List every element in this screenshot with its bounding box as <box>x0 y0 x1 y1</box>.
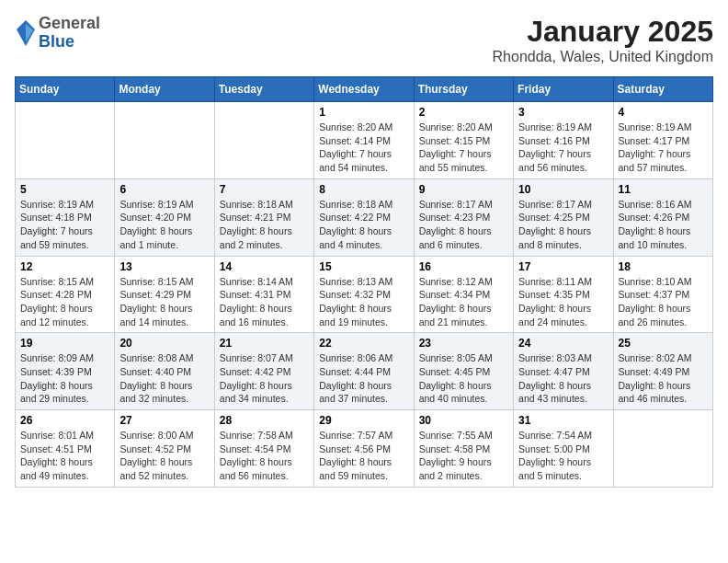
calendar-cell <box>214 102 313 179</box>
day-info: Sunrise: 8:03 AM Sunset: 4:47 PM Dayligh… <box>518 351 608 406</box>
day-number: 26 <box>20 414 109 427</box>
day-number: 22 <box>319 337 408 350</box>
day-info: Sunrise: 8:18 AM Sunset: 4:22 PM Dayligh… <box>319 198 408 252</box>
day-info: Sunrise: 8:14 AM Sunset: 4:31 PM Dayligh… <box>220 275 309 329</box>
day-info: Sunrise: 8:02 AM Sunset: 4:49 PM Dayligh… <box>619 351 708 406</box>
day-info: Sunrise: 8:16 AM Sunset: 4:26 PM Dayligh… <box>619 198 708 252</box>
day-number: 10 <box>518 183 608 196</box>
calendar-cell: 21Sunrise: 8:07 AM Sunset: 4:42 PM Dayli… <box>214 333 313 410</box>
calendar-cell: 28Sunrise: 7:58 AM Sunset: 4:54 PM Dayli… <box>214 410 313 488</box>
day-info: Sunrise: 8:19 AM Sunset: 4:17 PM Dayligh… <box>619 121 708 175</box>
calendar-week-row: 5Sunrise: 8:19 AM Sunset: 4:18 PM Daylig… <box>16 178 713 256</box>
calendar-cell: 22Sunrise: 8:06 AM Sunset: 4:44 PM Dayli… <box>314 333 414 410</box>
day-number: 17 <box>518 260 608 273</box>
calendar-cell: 20Sunrise: 8:08 AM Sunset: 4:40 PM Dayli… <box>115 333 214 410</box>
logo-text: General Blue <box>39 15 100 52</box>
day-info: Sunrise: 8:18 AM Sunset: 4:21 PM Dayligh… <box>220 198 309 252</box>
day-info: Sunrise: 8:09 AM Sunset: 4:39 PM Dayligh… <box>20 351 109 406</box>
day-info: Sunrise: 8:05 AM Sunset: 4:45 PM Dayligh… <box>419 351 508 406</box>
weekday-header: Tuesday <box>214 77 313 102</box>
calendar-week-row: 19Sunrise: 8:09 AM Sunset: 4:39 PM Dayli… <box>16 333 713 410</box>
day-info: Sunrise: 8:00 AM Sunset: 4:52 PM Dayligh… <box>119 429 209 483</box>
day-number: 23 <box>419 337 508 350</box>
day-number: 16 <box>419 260 508 273</box>
calendar-cell: 9Sunrise: 8:17 AM Sunset: 4:23 PM Daylig… <box>414 178 513 256</box>
day-number: 12 <box>20 260 109 273</box>
weekday-header: Thursday <box>414 77 513 102</box>
weekday-header: Wednesday <box>314 77 414 102</box>
calendar-cell: 30Sunrise: 7:55 AM Sunset: 4:58 PM Dayli… <box>414 410 513 488</box>
day-info: Sunrise: 8:08 AM Sunset: 4:40 PM Dayligh… <box>119 351 209 406</box>
day-number: 6 <box>119 183 209 196</box>
day-number: 20 <box>119 337 209 350</box>
logo: General Blue <box>15 15 100 52</box>
weekday-header: Friday <box>514 77 613 102</box>
page-subtitle: Rhondda, Wales, United Kingdom <box>493 49 713 65</box>
page-header: General Blue January 2025 Rhondda, Wales… <box>15 15 713 65</box>
calendar-cell: 5Sunrise: 8:19 AM Sunset: 4:18 PM Daylig… <box>16 178 115 256</box>
weekday-header: Saturday <box>613 77 712 102</box>
day-number: 9 <box>419 183 508 196</box>
calendar-cell: 26Sunrise: 8:01 AM Sunset: 4:51 PM Dayli… <box>16 410 115 488</box>
day-number: 27 <box>119 414 209 427</box>
day-number: 28 <box>220 414 309 427</box>
day-info: Sunrise: 7:57 AM Sunset: 4:56 PM Dayligh… <box>319 429 408 483</box>
day-info: Sunrise: 7:55 AM Sunset: 4:58 PM Dayligh… <box>419 429 508 483</box>
day-number: 1 <box>319 106 408 119</box>
day-number: 8 <box>319 183 408 196</box>
day-info: Sunrise: 8:20 AM Sunset: 4:15 PM Dayligh… <box>419 121 508 175</box>
calendar-cell: 27Sunrise: 8:00 AM Sunset: 4:52 PM Dayli… <box>115 410 214 488</box>
day-number: 15 <box>319 260 408 273</box>
calendar-cell <box>115 102 214 179</box>
day-number: 14 <box>220 260 309 273</box>
calendar-cell: 29Sunrise: 7:57 AM Sunset: 4:56 PM Dayli… <box>314 410 414 488</box>
calendar-cell: 8Sunrise: 8:18 AM Sunset: 4:22 PM Daylig… <box>314 178 414 256</box>
calendar-week-row: 1Sunrise: 8:20 AM Sunset: 4:14 PM Daylig… <box>16 102 713 179</box>
calendar-cell: 14Sunrise: 8:14 AM Sunset: 4:31 PM Dayli… <box>214 256 313 333</box>
day-info: Sunrise: 8:10 AM Sunset: 4:37 PM Dayligh… <box>619 275 708 329</box>
calendar-cell: 3Sunrise: 8:19 AM Sunset: 4:16 PM Daylig… <box>514 102 613 179</box>
day-number: 21 <box>220 337 309 350</box>
weekday-row: SundayMondayTuesdayWednesdayThursdayFrid… <box>16 77 713 102</box>
calendar-cell: 31Sunrise: 7:54 AM Sunset: 5:00 PM Dayli… <box>514 410 613 488</box>
calendar-cell: 2Sunrise: 8:20 AM Sunset: 4:15 PM Daylig… <box>414 102 513 179</box>
day-info: Sunrise: 8:06 AM Sunset: 4:44 PM Dayligh… <box>319 351 408 406</box>
logo-blue: Blue <box>39 33 100 52</box>
day-info: Sunrise: 8:17 AM Sunset: 4:25 PM Dayligh… <box>518 198 608 252</box>
day-info: Sunrise: 8:19 AM Sunset: 4:18 PM Dayligh… <box>20 198 109 252</box>
day-number: 24 <box>518 337 608 350</box>
weekday-header: Sunday <box>16 77 115 102</box>
calendar-cell: 24Sunrise: 8:03 AM Sunset: 4:47 PM Dayli… <box>514 333 613 410</box>
day-info: Sunrise: 8:11 AM Sunset: 4:35 PM Dayligh… <box>518 275 608 329</box>
calendar-cell: 7Sunrise: 8:18 AM Sunset: 4:21 PM Daylig… <box>214 178 313 256</box>
day-info: Sunrise: 8:15 AM Sunset: 4:28 PM Dayligh… <box>20 275 109 329</box>
logo-general: General <box>39 15 100 33</box>
calendar-cell: 17Sunrise: 8:11 AM Sunset: 4:35 PM Dayli… <box>514 256 613 333</box>
calendar-cell <box>16 102 115 179</box>
day-number: 5 <box>20 183 109 196</box>
title-block: January 2025 Rhondda, Wales, United King… <box>493 15 713 65</box>
day-info: Sunrise: 8:07 AM Sunset: 4:42 PM Dayligh… <box>220 351 309 406</box>
calendar-cell: 15Sunrise: 8:13 AM Sunset: 4:32 PM Dayli… <box>314 256 414 333</box>
day-info: Sunrise: 8:13 AM Sunset: 4:32 PM Dayligh… <box>319 275 408 329</box>
day-number: 13 <box>119 260 209 273</box>
day-info: Sunrise: 8:12 AM Sunset: 4:34 PM Dayligh… <box>419 275 508 329</box>
calendar-week-row: 26Sunrise: 8:01 AM Sunset: 4:51 PM Dayli… <box>16 410 713 488</box>
weekday-header: Monday <box>115 77 214 102</box>
calendar-week-row: 12Sunrise: 8:15 AM Sunset: 4:28 PM Dayli… <box>16 256 713 333</box>
calendar-cell: 16Sunrise: 8:12 AM Sunset: 4:34 PM Dayli… <box>414 256 513 333</box>
day-number: 4 <box>619 106 708 119</box>
calendar-cell: 10Sunrise: 8:17 AM Sunset: 4:25 PM Dayli… <box>514 178 613 256</box>
day-info: Sunrise: 8:15 AM Sunset: 4:29 PM Dayligh… <box>119 275 209 329</box>
calendar-cell: 25Sunrise: 8:02 AM Sunset: 4:49 PM Dayli… <box>613 333 712 410</box>
day-number: 11 <box>619 183 708 196</box>
day-number: 29 <box>319 414 408 427</box>
day-info: Sunrise: 7:58 AM Sunset: 4:54 PM Dayligh… <box>220 429 309 483</box>
calendar-cell: 1Sunrise: 8:20 AM Sunset: 4:14 PM Daylig… <box>314 102 414 179</box>
calendar-cell: 23Sunrise: 8:05 AM Sunset: 4:45 PM Dayli… <box>414 333 513 410</box>
calendar-cell: 13Sunrise: 8:15 AM Sunset: 4:29 PM Dayli… <box>115 256 214 333</box>
page-title: January 2025 <box>493 15 713 49</box>
calendar-cell: 11Sunrise: 8:16 AM Sunset: 4:26 PM Dayli… <box>613 178 712 256</box>
calendar-cell: 19Sunrise: 8:09 AM Sunset: 4:39 PM Dayli… <box>16 333 115 410</box>
day-number: 3 <box>518 106 608 119</box>
